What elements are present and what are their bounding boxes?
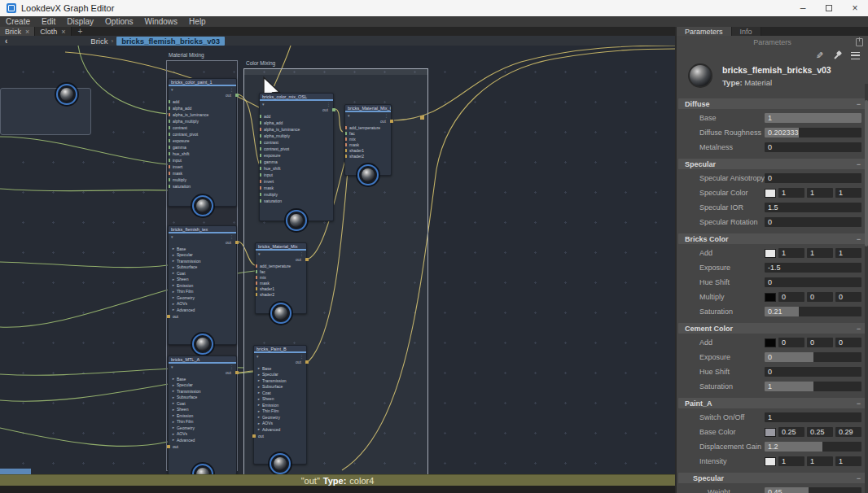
section-row-geometry[interactable]: ►Geometry xyxy=(169,294,236,301)
port-alpha_is_luminance[interactable] xyxy=(260,128,261,131)
node-bricks_flemish_tex[interactable]: bricks_flemish_tex▾⋮out►Base►Specular►Tr… xyxy=(168,225,237,345)
menu-hamburger-icon[interactable] xyxy=(851,52,860,59)
out-port[interactable] xyxy=(390,120,393,123)
section-row-advanced[interactable]: ►Advanced xyxy=(169,437,236,443)
port-saturation[interactable] xyxy=(169,185,170,188)
tab-brick[interactable]: Brick× xyxy=(0,27,35,36)
port-fac[interactable] xyxy=(345,132,347,135)
color-swatch[interactable] xyxy=(765,457,776,466)
section-row-emission[interactable]: ►Emission xyxy=(169,412,236,419)
collapse-arrow-icon[interactable]: ▾ xyxy=(171,87,173,92)
panel-pin-icon[interactable] xyxy=(856,38,863,46)
expand-triangle-icon[interactable]: ► xyxy=(172,295,175,299)
expand-triangle-icon[interactable]: ► xyxy=(257,421,261,425)
node-menu-dots-icon[interactable]: ⋮ xyxy=(327,102,331,107)
section-row-subsurface[interactable]: ►Subsurface xyxy=(169,395,236,401)
section-row-aovs[interactable]: ►AOVs xyxy=(169,431,236,438)
value-slider[interactable]: 0.45 xyxy=(765,487,861,493)
value-slider[interactable]: 0 xyxy=(765,173,861,183)
tab-close-icon[interactable]: × xyxy=(61,28,65,36)
expand-triangle-icon[interactable]: ► xyxy=(172,271,175,275)
port-shader1[interactable] xyxy=(256,287,257,290)
minimize-button[interactable]: – xyxy=(790,0,816,16)
back-arrow-icon[interactable]: ‹ xyxy=(5,37,7,46)
expand-triangle-icon[interactable]: ► xyxy=(172,383,175,387)
expand-triangle-icon[interactable]: ► xyxy=(257,415,261,419)
port-shader2[interactable] xyxy=(345,155,347,158)
bottom-out-port[interactable] xyxy=(167,315,170,318)
expand-triangle-icon[interactable]: ► xyxy=(257,366,261,370)
out-port[interactable] xyxy=(235,94,239,97)
expand-triangle-icon[interactable]: ► xyxy=(172,377,175,381)
expand-triangle-icon[interactable]: ► xyxy=(257,390,261,395)
node-bricks_MTL_A[interactable]: bricks_MTL_A▾⋮out►Base►Specular►Transmis… xyxy=(168,356,237,474)
value-slider[interactable]: 0 xyxy=(765,352,861,362)
expand-triangle-icon[interactable]: ► xyxy=(172,290,175,294)
port-mask[interactable] xyxy=(256,281,257,285)
port-multiply[interactable] xyxy=(260,193,261,196)
menu-item-edit[interactable]: Edit xyxy=(36,16,61,27)
menu-item-options[interactable]: Options xyxy=(99,16,138,27)
color-component-field[interactable]: 1 xyxy=(778,248,804,258)
section-row-aovs[interactable]: ►AOVs xyxy=(254,421,306,427)
section-row-geometry[interactable]: ►Geometry xyxy=(169,425,236,431)
port-add_temperature[interactable] xyxy=(345,126,347,129)
section-row-aovs[interactable]: ►AOVs xyxy=(169,301,236,308)
port-mix[interactable] xyxy=(256,276,257,279)
expand-triangle-icon[interactable]: ► xyxy=(172,308,175,312)
section-row-sheen[interactable]: ►Sheen xyxy=(169,277,236,283)
section-row-specular[interactable]: ►Specular xyxy=(169,252,236,259)
port-alpha_is_luminance[interactable] xyxy=(169,113,170,116)
color-swatch[interactable] xyxy=(765,338,776,347)
new-tab-button[interactable]: + xyxy=(72,27,90,36)
port-mask[interactable] xyxy=(260,186,261,190)
port-add[interactable] xyxy=(260,115,261,118)
section-row-base[interactable]: ►Base xyxy=(169,376,236,382)
color-component-field[interactable]: 0.25 xyxy=(778,427,804,437)
expand-triangle-icon[interactable]: ► xyxy=(172,438,175,442)
color-component-field[interactable]: 1 xyxy=(778,456,804,466)
section-row-coat[interactable]: ►Coat xyxy=(169,270,236,277)
section-row-transmission[interactable]: ►Transmission xyxy=(169,258,236,264)
expand-triangle-icon[interactable]: ► xyxy=(257,427,261,431)
port-fac[interactable] xyxy=(256,270,257,273)
expand-triangle-icon[interactable]: ► xyxy=(172,401,175,405)
color-component-field[interactable]: 0 xyxy=(778,292,804,302)
section-row-base[interactable]: ►Base xyxy=(169,246,236,252)
color-component-field[interactable]: 0 xyxy=(807,292,833,302)
section-row-thin-film[interactable]: ►Thin Film xyxy=(254,408,306,415)
menu-item-create[interactable]: Create xyxy=(0,16,36,27)
port-exposure[interactable] xyxy=(169,139,170,142)
expand-triangle-icon[interactable]: ► xyxy=(257,373,261,377)
section-row-coat[interactable]: ►Coat xyxy=(169,400,236,407)
out-port[interactable] xyxy=(332,108,335,111)
port-invert[interactable] xyxy=(169,165,170,168)
node-bricks_Material_Mix_OSL[interactable]: bricks_Material_Mix_OSL▾⋮outadd_temperat… xyxy=(344,104,392,176)
collapse-arrow-icon[interactable]: ▾ xyxy=(171,234,173,239)
section-row-sheen[interactable]: ►Sheen xyxy=(169,407,236,413)
color-swatch[interactable] xyxy=(765,249,776,258)
section-header-bricks-color[interactable]: Bricks Color− xyxy=(678,233,866,244)
node-menu-dots-icon[interactable]: ⋮ xyxy=(300,354,304,359)
section-header-diffuse[interactable]: Diffuse− xyxy=(678,98,866,109)
port-contrast_pivot[interactable] xyxy=(260,147,261,151)
pin-icon[interactable] xyxy=(833,51,841,59)
section-header-paint-a[interactable]: Paint_A− xyxy=(678,398,866,408)
port-contrast[interactable] xyxy=(260,141,261,144)
expand-triangle-icon[interactable]: ► xyxy=(172,395,175,399)
section-row-advanced[interactable]: ►Advanced xyxy=(169,307,236,313)
node-menu-dots-icon[interactable]: ⋮ xyxy=(230,87,234,92)
expand-triangle-icon[interactable]: ► xyxy=(172,302,175,306)
node-menu-dots-icon[interactable]: ⋮ xyxy=(300,251,304,256)
value-slider[interactable]: 1 xyxy=(765,113,861,123)
section-row-thin-film[interactable]: ►Thin Film xyxy=(169,289,236,295)
tab-cloth[interactable]: Cloth× xyxy=(35,27,71,36)
port-gamma[interactable] xyxy=(260,160,261,164)
expand-triangle-icon[interactable]: ► xyxy=(172,265,175,269)
color-component-field[interactable]: 1 xyxy=(835,456,861,466)
section-row-thin-film[interactable]: ►Thin Film xyxy=(169,419,236,425)
expand-triangle-icon[interactable]: ► xyxy=(172,420,175,424)
color-component-field[interactable]: 0 xyxy=(807,338,833,347)
panel-tab-parameters[interactable]: Parameters xyxy=(677,27,732,36)
color-component-field[interactable]: 0.29 xyxy=(835,427,861,437)
